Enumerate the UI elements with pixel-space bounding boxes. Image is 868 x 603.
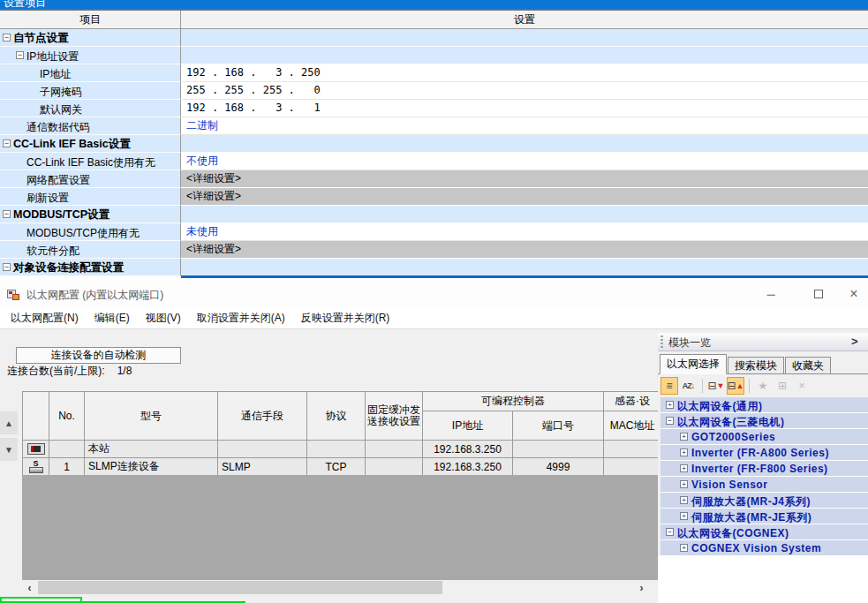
cell-no[interactable]: 1 — [49, 458, 85, 476]
panel-expand-icon[interactable]: > — [851, 335, 858, 348]
settings-row-value[interactable]: <详细设置> — [181, 188, 868, 206]
panel-grip-icon[interactable] — [660, 335, 663, 349]
tree-expand-icon[interactable]: + — [680, 464, 688, 472]
module-tree-item[interactable]: +Inverter (FR-F800 Series) — [660, 461, 868, 477]
settings-row[interactable]: MODBUS/TCP使用有无未使用 — [0, 223, 868, 241]
tab-inactive[interactable]: 搜索模块 — [728, 357, 784, 373]
cell-mac[interactable] — [604, 441, 661, 458]
tree-collapse-icon[interactable]: − — [666, 417, 674, 425]
cell-protocol[interactable] — [307, 441, 366, 458]
settings-row-value[interactable] — [181, 47, 868, 64]
tree-expand-icon[interactable]: + — [680, 480, 688, 488]
settings-row[interactable]: −CC-Link IEF Basic设置 — [0, 135, 868, 153]
cell-mac[interactable] — [604, 458, 661, 476]
settings-row[interactable]: −自节点设置 — [0, 29, 868, 47]
settings-row[interactable]: −对象设备连接配置设置 — [0, 259, 868, 276]
menu-item[interactable]: 反映设置并关闭(R) — [301, 311, 390, 326]
auto-detect-button[interactable]: 连接设备的自动检测 — [16, 347, 181, 364]
tree-expand-icon[interactable]: + — [666, 401, 674, 409]
settings-row[interactable]: 通信数据代码二进制 — [0, 117, 868, 135]
module-tree-item[interactable]: +GOT2000Series — [660, 429, 868, 445]
cell-model[interactable]: 本站 — [85, 441, 218, 458]
settings-row-value[interactable]: 未使用 — [181, 223, 868, 241]
tree-collapse-icon[interactable]: − — [16, 51, 24, 59]
tab-active[interactable]: 以太网选择 — [660, 354, 727, 374]
table-row[interactable]: 本站192.168.3.250 — [23, 441, 661, 458]
settings-row-value[interactable]: 不使用 — [181, 153, 868, 170]
cell-ip[interactable]: 192.168.3.250 — [423, 441, 513, 458]
settings-row[interactable]: −MODBUS/TCP设置 — [0, 206, 868, 223]
cell-protocol[interactable]: TCP — [307, 458, 366, 476]
menu-item[interactable]: 以太网配置(N) — [11, 311, 79, 326]
module-tree-item[interactable]: −以太网设备(COGNEX) — [660, 524, 868, 540]
menu-item[interactable]: 视图(V) — [146, 311, 181, 326]
scrollbar-thumb[interactable] — [38, 581, 442, 594]
settings-row[interactable]: CC-Link IEF Basic使用有无不使用 — [0, 153, 868, 170]
module-tree-item[interactable]: +伺服放大器(MR-J4系列) — [660, 493, 868, 509]
tab-inactive[interactable]: 收藏夹 — [785, 357, 831, 373]
cell-buffer[interactable] — [366, 458, 423, 476]
module-tree-item[interactable]: +COGNEX Vision System — [660, 540, 868, 556]
settings-row[interactable]: 软元件分配<详细设置> — [0, 241, 868, 259]
settings-row[interactable]: 子网掩码255 . 255 . 255 . 0 — [0, 82, 868, 100]
favorite-icon[interactable]: ★ — [754, 377, 772, 395]
cell-port[interactable]: 4999 — [513, 458, 604, 476]
settings-row-value[interactable]: 二进制 — [181, 117, 868, 135]
add-favorite-icon[interactable]: ⊞ — [774, 377, 791, 395]
move-up-button[interactable]: ▲ — [0, 411, 18, 434]
col-protocol: 协议 — [307, 392, 366, 441]
menu-item[interactable]: 取消设置并关闭(A) — [197, 311, 285, 326]
tree-collapse-icon[interactable]: − — [3, 263, 11, 271]
settings-row[interactable]: −IP地址设置 — [0, 47, 868, 64]
tree-collapse-icon[interactable]: − — [3, 210, 11, 218]
tree-view-icon[interactable]: ≡ — [660, 377, 678, 395]
tree-collapse-icon[interactable]: − — [3, 139, 11, 147]
menu-item[interactable]: 编辑(E) — [94, 311, 130, 326]
settings-row-value[interactable]: <详细设置> — [181, 241, 868, 259]
expand-all-icon[interactable]: ⊟▲ — [727, 377, 744, 395]
collapse-all-icon[interactable]: ⊟▼ — [707, 377, 725, 395]
settings-row-value[interactable] — [181, 206, 868, 223]
delete-icon[interactable]: × — [793, 377, 811, 395]
cell-buffer[interactable] — [366, 441, 423, 458]
cell-no[interactable] — [49, 441, 85, 458]
maximize-button[interactable] — [805, 283, 832, 305]
tree-collapse-icon[interactable]: − — [666, 528, 674, 536]
cell-comm[interactable]: SLMP — [218, 458, 307, 476]
cell-comm[interactable] — [218, 441, 307, 458]
horizontal-scrollbar[interactable]: ‹ › — [22, 580, 649, 595]
cell-ip[interactable]: 192.168.3.250 — [423, 458, 513, 476]
tree-expand-icon[interactable]: + — [680, 496, 688, 504]
settings-row-value[interactable] — [181, 259, 868, 276]
module-tree-item[interactable]: −以太网设备(三菱电机) — [660, 413, 868, 429]
settings-row[interactable]: 默认网关192 . 168 . 3 . 1 — [0, 100, 868, 117]
cell-port[interactable] — [513, 441, 604, 458]
tree-expand-icon[interactable]: + — [680, 512, 688, 520]
settings-row-value[interactable]: 255 . 255 . 255 . 0 — [181, 82, 868, 100]
settings-row[interactable]: IP地址192 . 168 . 3 . 250 — [0, 64, 868, 82]
settings-row-value[interactable]: <详细设置> — [181, 170, 868, 188]
module-tree-item[interactable]: +Inverter (FR-A800 Series) — [660, 445, 868, 461]
settings-row-value[interactable] — [181, 135, 868, 153]
settings-panel-title: 设置项目 — [4, 0, 46, 9]
module-tree-item[interactable]: +Vision Sensor — [660, 477, 868, 493]
tree-collapse-icon[interactable]: − — [3, 34, 11, 41]
close-button[interactable]: × — [841, 283, 867, 305]
minimize-button[interactable]: ─ — [758, 283, 784, 305]
sort-az-icon[interactable]: AZ↓ — [680, 377, 698, 395]
move-down-button[interactable]: ▼ — [0, 438, 18, 461]
settings-row[interactable]: 刷新设置<详细设置> — [0, 188, 868, 206]
module-tree-item[interactable]: +以太网设备(通用) — [660, 397, 868, 413]
tree-expand-icon[interactable]: + — [680, 433, 688, 441]
table-row[interactable]: S1SLMP连接设备SLMPTCP192.168.3.2504999 — [23, 458, 661, 476]
settings-row-value[interactable]: 192 . 168 . 3 . 1 — [181, 100, 868, 117]
scroll-left-button[interactable]: ‹ — [22, 580, 37, 595]
tree-expand-icon[interactable]: + — [680, 448, 688, 456]
tree-expand-icon[interactable]: + — [680, 544, 688, 552]
module-tree-item[interactable]: +伺服放大器(MR-JE系列) — [660, 509, 868, 524]
scroll-right-button[interactable]: › — [634, 580, 649, 595]
settings-row[interactable]: 网络配置设置<详细设置> — [0, 170, 868, 188]
cell-model[interactable]: SLMP连接设备 — [85, 458, 218, 476]
settings-row-value[interactable] — [181, 29, 868, 47]
settings-row-value[interactable]: 192 . 168 . 3 . 250 — [181, 64, 868, 82]
